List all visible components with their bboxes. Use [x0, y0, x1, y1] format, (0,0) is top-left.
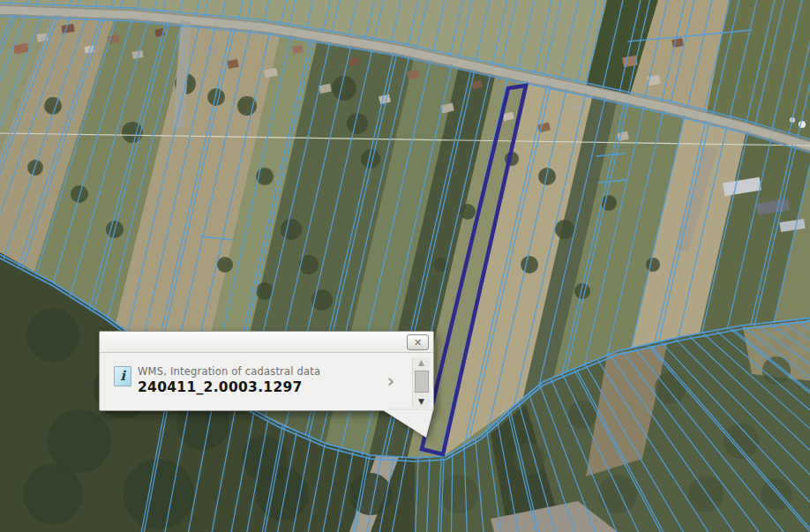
identify-popup: ✕ i WMS, Integration of cadastral data 2…: [99, 331, 434, 411]
close-button[interactable]: ✕: [407, 334, 429, 350]
popup-pointer: [382, 410, 444, 446]
layer-source-label: WMS, Integration of cadastral data: [138, 365, 376, 378]
scroll-down-icon[interactable]: ▼: [413, 396, 430, 407]
info-icon: i: [114, 366, 131, 386]
popup-scrollbar[interactable]: ▲ ▼: [412, 357, 430, 408]
popup-header[interactable]: ✕: [100, 332, 433, 353]
map-viewport[interactable]: ✕ i WMS, Integration of cadastral data 2…: [0, 0, 810, 532]
parcel-id: 240411_2.0003.1297: [138, 379, 376, 395]
feature-info: WMS, Integration of cadastral data 24041…: [138, 365, 376, 395]
scroll-up-icon[interactable]: ▲: [413, 357, 430, 368]
chevron-right-icon[interactable]: ›: [382, 371, 400, 392]
scroll-thumb[interactable]: [415, 371, 429, 393]
close-icon: ✕: [414, 338, 422, 348]
aerial-map[interactable]: [0, 0, 810, 532]
